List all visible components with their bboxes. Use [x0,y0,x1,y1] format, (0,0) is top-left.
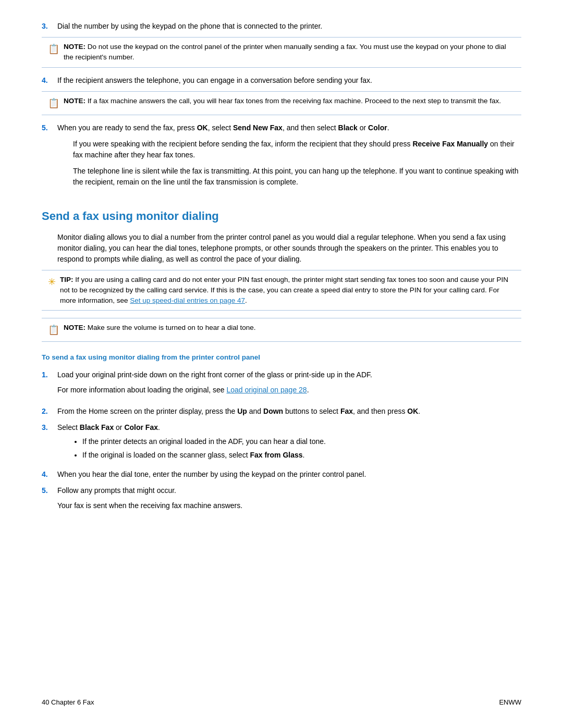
step-4-item: 4. If the recipient answers the telephon… [42,75,521,86]
ms-step-5-number: 5. [42,485,57,516]
footer-left: 40 Chapter 6 Fax [42,697,94,708]
ms-step-4-number: 4. [42,469,57,480]
ms-step-3-number: 3. [42,422,57,464]
ms-step-5-para2: Your fax is sent when the receiving fax … [57,500,521,511]
step-5-content: When you are ready to send the fax, pres… [57,122,521,193]
ms-step-1-item: 1. Load your original print-side down on… [42,369,521,401]
step-5-para2: If you were speaking with the recipient … [73,139,521,161]
step-4-number: 4. [42,75,57,86]
ms-step-1-para2: For more information about loading the o… [57,385,521,396]
note-1-icon: 📋 [48,42,59,56]
tip-icon: ✳ [48,275,56,289]
step-4-content: If the recipient answers the telephone, … [57,75,521,86]
step-3-item: 3. Dial the number by using the keypad o… [42,21,521,32]
section-title: Send a fax using monitor dialing [42,207,521,225]
step-3-content: Dial the number by using the keypad on t… [57,21,521,32]
note-1-body: Do not use the keypad on the control pan… [64,43,506,61]
note-2-icon: 📋 [48,96,59,110]
section-intro: Monitor dialing allows you to dial a num… [57,232,521,265]
ms-step-2-content: From the Home screen on the printer disp… [57,406,521,417]
tip-label: TIP: [60,276,74,283]
ms-step-1-content: Load your original print-side down on th… [57,369,521,401]
note-1-label: NOTE: [64,43,85,51]
note-3-box: 📋 NOTE: Make sure the volume is turned o… [42,318,521,342]
note-3-body: Make sure the volume is turned on to hea… [88,324,256,331]
ms-step-3-bullet2: If the original is loaded on the scanner… [82,450,521,461]
ms-step-3-item: 3. Select Black Fax or Color Fax. If the… [42,422,521,464]
note-2-body: If a fax machine answers the call, you w… [88,97,501,105]
note-2-text: NOTE: If a fax machine answers the call,… [64,96,501,106]
page-footer: 40 Chapter 6 Fax ENWW [42,697,521,708]
step-3-number: 3. [42,21,57,32]
ms-step-5-item: 5. Follow any prompts that might occur. … [42,485,521,516]
note-3-text: NOTE: Make sure the volume is turned on … [64,323,255,333]
ms-step-4-item: 4. When you hear the dial tone, enter th… [42,469,521,480]
ms-step-5-content: Follow any prompts that might occur. You… [57,485,521,516]
ms-step-3-bullet1: If the printer detects an original loade… [82,436,521,447]
ms-step-2-number: 2. [42,406,57,417]
step-5-number: 5. [42,122,57,193]
tip-link[interactable]: Set up speed-dial entries on page 47 [130,297,245,304]
sub-section-title: To send a fax using monitor dialing from… [42,352,521,363]
tip-text: TIP: If you are using a calling card and… [60,275,515,306]
note-3-icon: 📋 [48,323,59,337]
ms-step-4-content: When you hear the dial tone, enter the n… [57,469,521,480]
note-1-text: NOTE: Do not use the keypad on the contr… [64,42,515,63]
ms-step-1-text: Load your original print-side down on th… [57,369,521,380]
step-3-text: Dial the number by using the keypad on t… [57,22,322,30]
ms-step-4-text: When you hear the dial tone, enter the n… [57,470,366,478]
ms-step-1-number: 1. [42,369,57,401]
ms-step-2-item: 2. From the Home screen on the printer d… [42,406,521,417]
ms-step-5-text: Follow any prompts that might occur. [57,485,521,496]
note-1-box: 📋 NOTE: Do not use the keypad on the con… [42,37,521,68]
tip-body2: . [245,297,247,304]
note-2-box: 📋 NOTE: If a fax machine answers the cal… [42,91,521,115]
note-3-label: NOTE: [64,324,85,331]
step-4-text: If the recipient answers the telephone, … [57,76,372,84]
note-2-label: NOTE: [64,97,85,105]
tip-box: ✳ TIP: If you are using a calling card a… [42,270,521,311]
ms-step-1-link[interactable]: Load original on page 28 [227,386,307,394]
step-5-para1: When you are ready to send the fax, pres… [57,122,521,133]
ms-step-3-content: Select Black Fax or Color Fax. If the pr… [57,422,521,464]
step-5-item: 5. When you are ready to send the fax, p… [42,122,521,193]
tip-body1: If you are using a calling card and do n… [60,276,508,305]
ms-step-3-bullets: If the printer detects an original loade… [82,436,521,461]
step-5-para3: The telephone line is silent while the f… [73,166,521,188]
footer-right: ENWW [499,697,521,708]
